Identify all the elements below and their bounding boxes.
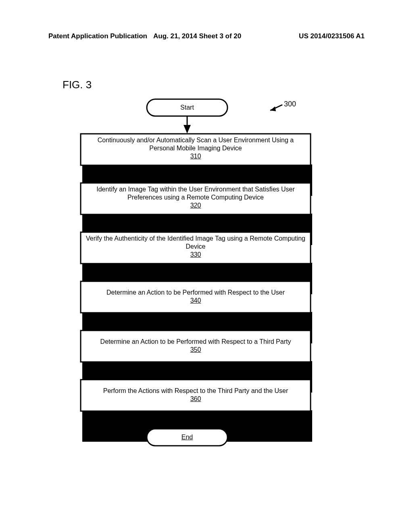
step-360-desc: Perform the Actions with Respect to the … [103,387,288,394]
flowchart-svg [0,0,413,532]
callout-arrow [270,105,282,111]
step-310-text: Continuously and/or Automatically Scan a… [85,136,307,160]
step-320-ref: 320 [190,202,201,209]
step-340-desc: Determine an Action to be Performed with… [106,289,285,296]
end-label: End [167,434,207,441]
step-350-text: Determine an Action to be Performed with… [85,338,307,354]
step-360-text: Perform the Actions with Respect to the … [85,387,307,403]
step-330-text: Verify the Authenticity of the Identifie… [85,235,307,259]
svg-marker-22 [270,106,276,111]
step-330-desc: Verify the Authenticity of the Identifie… [86,235,305,250]
callout-300: 300 [284,100,296,108]
step-360-ref: 360 [190,395,201,402]
step-310-ref: 310 [190,153,201,160]
step-310-desc: Continuously and/or Automatically Scan a… [98,137,294,152]
step-320-desc: Identify an Image Tag within the User En… [96,186,295,201]
step-350-desc: Determine an Action to be Performed with… [100,338,291,345]
start-label: Start [167,104,207,111]
step-340-ref: 340 [190,297,201,304]
step-340-text: Determine an Action to be Performed with… [85,289,307,305]
step-320-text: Identify an Image Tag within the User En… [85,185,307,210]
step-330-ref: 330 [190,251,201,258]
page: Patent Application Publication Aug. 21, … [0,0,413,532]
step-350-ref: 350 [190,346,201,353]
